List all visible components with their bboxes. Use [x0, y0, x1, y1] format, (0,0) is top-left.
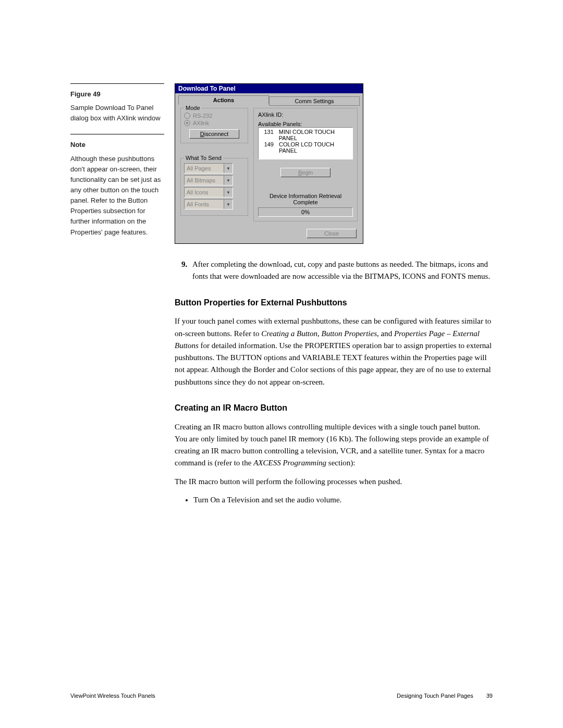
body-text: After completing the download, cut, copy…: [175, 258, 493, 506]
mode-radio-axlink[interactable]: AXlink: [184, 120, 244, 126]
combo-all-pages[interactable]: All Pages ▼: [184, 163, 233, 174]
download-to-panel-dialog: Download To Panel Actions Comm Settings …: [175, 83, 363, 244]
text-run: and: [379, 329, 394, 338]
chevron-down-icon: ▼: [224, 188, 232, 197]
combo-all-bitmaps[interactable]: All Bitmaps ▼: [184, 175, 233, 186]
panel-id: 149: [260, 141, 274, 154]
dialog-footer: Close: [175, 225, 363, 243]
begin-button[interactable]: Begin: [280, 168, 331, 177]
footer-left: ViewPoint Wireless Touch Panels: [70, 693, 155, 699]
italic-run: Creating a Button, Button Properties,: [261, 329, 379, 338]
combo-value: All Pages: [185, 165, 224, 171]
status-text: Device Information Retrieval Complete: [258, 193, 353, 205]
paragraph: Creating an IR macro button allows contr…: [175, 421, 493, 470]
bullet-item: Turn On a Television and set the audio v…: [193, 494, 493, 506]
paragraph: If your touch panel comes with external …: [175, 315, 493, 388]
combo-value: All Bitmaps: [185, 177, 224, 183]
margin-notes: Figure 49 Sample Download To Panel dialo…: [70, 83, 164, 238]
dialog-title: Download To Panel: [175, 84, 363, 93]
note-label: Note: [70, 140, 164, 150]
combo-all-fonts[interactable]: All Fonts ▼: [184, 199, 233, 209]
mode-groupbox: Mode RS-232 AXlink Disconnect: [180, 108, 248, 143]
chevron-down-icon: ▼: [224, 164, 232, 173]
heading-button-properties: Button Properties for External Pushbutto…: [175, 297, 493, 310]
progress-bar: 0%: [258, 207, 353, 217]
mode-legend: Mode: [184, 105, 202, 111]
radio-icon: [184, 113, 190, 119]
dialog-left-column: Mode RS-232 AXlink Disconnect: [180, 108, 248, 221]
panel-name: COLOR LCD TOUCH PANEL: [279, 141, 351, 154]
axlink-group: AXlink ID: Available Panels: 131 MINI CO…: [253, 108, 358, 221]
radio-icon: [184, 120, 190, 126]
what-to-send-legend: What To Send: [184, 155, 223, 161]
mode-radio-axlink-label: AXlink: [193, 120, 209, 126]
tab-actions[interactable]: Actions: [178, 95, 269, 105]
figure-caption: Sample Download To Panel dialog box with…: [70, 103, 164, 124]
what-to-send-groupbox: What To Send All Pages ▼ All Bitmaps ▼ A…: [180, 158, 248, 216]
note-body: Although these pushbuttons don't appear …: [70, 154, 164, 238]
dialog-right-column: AXlink ID: Available Panels: 131 MINI CO…: [253, 108, 358, 221]
combo-value: All Icons: [185, 189, 224, 195]
panel-name: MINI COLOR TOUCH PANEL: [279, 129, 351, 141]
document-page: Figure 49 Sample Download To Panel dialo…: [0, 0, 563, 728]
lower-row: After completing the download, cut, copy…: [70, 244, 493, 506]
progress-value: 0%: [301, 209, 310, 215]
list-item[interactable]: 131 MINI COLOR TOUCH PANEL: [260, 129, 351, 141]
list-item[interactable]: 149 COLOR LCD TOUCH PANEL: [260, 141, 351, 154]
step-9-text: After completing the download, cut, copy…: [192, 260, 490, 280]
footer-section: Designing Touch Panel Pages: [397, 693, 473, 699]
mode-radio-rs232-label: RS-232: [193, 113, 212, 119]
axlink-id-label: AXlink ID:: [258, 112, 353, 118]
dialog-body: Mode RS-232 AXlink Disconnect: [175, 105, 363, 225]
close-button[interactable]: Close: [307, 229, 357, 238]
tab-strip: Actions Comm Settings: [175, 93, 363, 105]
combo-all-icons[interactable]: All Icons ▼: [184, 187, 233, 198]
mode-radio-rs232[interactable]: RS-232: [184, 113, 244, 119]
paragraph: The IR macro button will perform the fol…: [175, 476, 493, 488]
figure-label: Figure 49: [70, 89, 164, 100]
available-panels-label: Available Panels:: [258, 121, 353, 127]
italic-run: AXCESS Programming: [253, 459, 326, 467]
panel-id: 131: [260, 129, 274, 141]
combo-value: All Fonts: [185, 201, 224, 207]
heading-ir-macro: Creating an IR Macro Button: [175, 402, 493, 415]
tab-comm-settings[interactable]: Comm Settings: [269, 96, 360, 106]
footer-right: Designing Touch Panel Pages 39: [397, 693, 493, 699]
step-9: After completing the download, cut, copy…: [189, 258, 493, 283]
upper-row: Figure 49 Sample Download To Panel dialo…: [70, 83, 493, 244]
disconnect-button[interactable]: Disconnect: [189, 129, 239, 139]
page-footer: ViewPoint Wireless Touch Panels Designin…: [70, 693, 493, 699]
available-panels-list[interactable]: 131 MINI COLOR TOUCH PANEL 149 COLOR LCD…: [258, 127, 353, 159]
chevron-down-icon: ▼: [224, 200, 232, 209]
text-run: for detailed information. Use the PROPER…: [175, 341, 492, 386]
chevron-down-icon: ▼: [224, 176, 232, 185]
text-run: section):: [326, 459, 355, 467]
page-number: 39: [486, 693, 493, 699]
